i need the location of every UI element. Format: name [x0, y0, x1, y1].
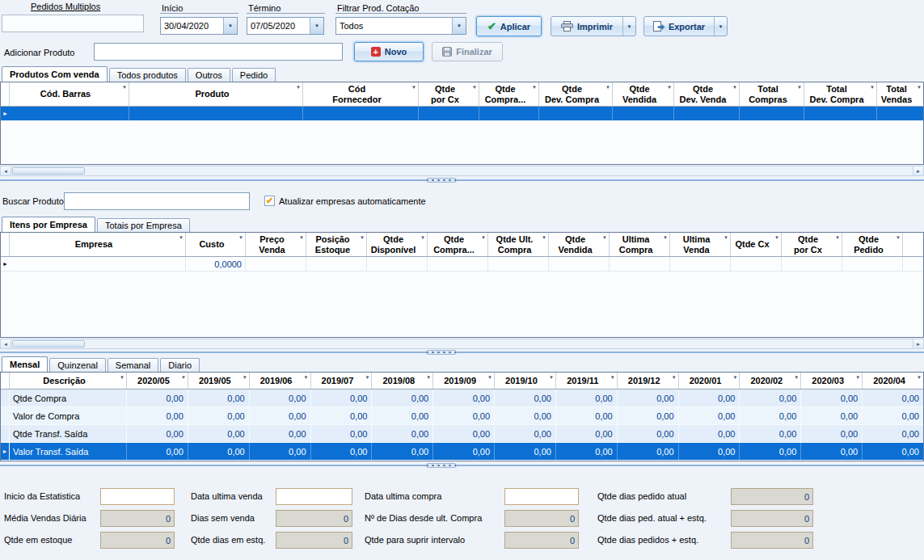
tab-pedido[interactable]: Pedido — [232, 68, 276, 82]
splitter-grip[interactable] — [426, 350, 457, 355]
company-grid-hscrollbar[interactable]: ◄ ► — [0, 339, 924, 349]
month-column-header[interactable]: 2019/07▼ — [311, 373, 373, 389]
novo-button[interactable]: + Novo — [354, 42, 424, 61]
col-header-total-vendas[interactable]: Total Vendas▼ — [877, 82, 923, 106]
inicio-estatistica-input[interactable] — [100, 488, 175, 505]
month-column-header[interactable]: 2020/04▼ — [863, 373, 923, 389]
horizontal-splitter[interactable] — [0, 463, 924, 469]
filter-dropdown-icon[interactable]: ▼ — [855, 375, 860, 381]
filter-dropdown-icon[interactable]: ▼ — [667, 85, 672, 91]
filter-dropdown-icon[interactable]: ▼ — [835, 235, 840, 241]
col-header-produto[interactable]: Produto▼ — [129, 82, 303, 106]
tab-outros[interactable]: Outros — [188, 68, 230, 82]
scroll-thumb[interactable] — [12, 340, 85, 347]
filter-dropdown-icon[interactable]: ▼ — [797, 85, 802, 91]
filter-dropdown-icon[interactable]: ▼ — [732, 85, 737, 91]
col-header-qtde-vendida[interactable]: Qtde Vendida▼ — [613, 82, 674, 106]
months-row[interactable]: Valor de Compra 0,00 0,00 0,00 0,00 0,00… — [1, 407, 923, 425]
termino-dropdown-button[interactable]: ▼ — [310, 18, 323, 34]
scroll-track[interactable] — [85, 339, 913, 348]
col-header-descricao[interactable]: Descrição▼ — [10, 373, 127, 389]
col-header-total-dev-compra[interactable]: Total Dev. Compra▼ — [804, 82, 877, 106]
filter-dropdown-icon[interactable]: ▼ — [420, 235, 425, 241]
filter-dropdown-icon[interactable]: ▼ — [360, 235, 365, 241]
filter-dropdown-icon[interactable]: ▼ — [120, 375, 124, 381]
col-header-custo[interactable]: Custo▼ — [186, 233, 246, 256]
col-header-qtde-vendida[interactable]: Qtde Vendida▼ — [549, 233, 610, 256]
filter-dropdown-icon[interactable]: ▼ — [549, 375, 554, 381]
filter-dropdown-icon[interactable]: ▼ — [296, 85, 301, 91]
filter-dropdown-icon[interactable]: ▼ — [724, 235, 728, 241]
filter-dropdown-icon[interactable]: ▼ — [411, 85, 416, 91]
col-header-qtde-cx[interactable]: Qtde Cx▼ — [731, 233, 782, 256]
col-header-cod-barras[interactable]: Cód. Barras▼ — [10, 82, 129, 106]
filtrar-dropdown-button[interactable]: ▼ — [452, 18, 466, 34]
filter-dropdown-icon[interactable]: ▼ — [243, 375, 247, 381]
tab-mensal[interactable]: Mensal — [2, 356, 48, 372]
filter-dropdown-icon[interactable]: ▼ — [774, 235, 779, 241]
filter-dropdown-icon[interactable]: ▼ — [602, 235, 607, 241]
filter-dropdown-icon[interactable]: ▼ — [917, 85, 922, 91]
col-header-cod-fornecedor[interactable]: Cód Fornecedor▼ — [303, 82, 419, 106]
filter-dropdown-icon[interactable]: ▼ — [732, 375, 737, 381]
col-header-qtde-dev-compra[interactable]: Qtde Dev. Compra▼ — [539, 82, 613, 106]
filter-dropdown-icon[interactable]: ▼ — [917, 375, 922, 381]
filter-dropdown-icon[interactable]: ▼ — [181, 375, 186, 381]
col-header-preco-venda[interactable]: Preço Venda▼ — [246, 233, 306, 256]
filter-dropdown-icon[interactable]: ▼ — [299, 235, 304, 241]
month-column-header[interactable]: 2020/05▼ — [127, 373, 188, 389]
month-column-header[interactable]: 2020/01▼ — [679, 373, 740, 389]
month-column-header[interactable]: 2019/09▼ — [433, 373, 495, 389]
col-header-empresa[interactable]: Empresa▼ — [10, 233, 186, 256]
filter-dropdown-icon[interactable]: ▼ — [238, 235, 243, 241]
imprimir-dropdown-button[interactable]: ▼ — [622, 17, 635, 36]
filter-dropdown-icon[interactable]: ▼ — [426, 375, 431, 381]
data-ultima-venda-input[interactable] — [276, 488, 352, 505]
horizontal-splitter[interactable] — [0, 350, 924, 356]
month-column-header[interactable]: 2019/11▼ — [556, 373, 618, 389]
filter-dropdown-icon[interactable]: ▼ — [532, 85, 537, 91]
pedidos-multiplos-link[interactable]: Pedidos Multiplos — [31, 2, 100, 11]
inicio-date-picker[interactable]: 30/04/2020 ▼ — [160, 17, 238, 35]
tab-diario[interactable]: Diario — [160, 358, 200, 372]
col-header-qtde-dev-venda[interactable]: Qtde Dev. Venda▼ — [674, 82, 740, 106]
filter-dropdown-icon[interactable]: ▼ — [304, 375, 309, 381]
termino-date-picker[interactable]: 07/05/2020 ▼ — [247, 17, 324, 35]
col-header-qtde-por-cx[interactable]: Qtde por Cx▼ — [419, 82, 479, 106]
filter-dropdown-icon[interactable]: ▼ — [365, 375, 369, 381]
atualizar-empresas-checkbox[interactable]: ✔ — [264, 196, 275, 206]
tab-quinzenal[interactable]: Quinzenal — [49, 358, 106, 372]
tab-produtos-com-venda[interactable]: Produtos Com venda — [2, 66, 108, 82]
tab-todos-produtos[interactable]: Todos produtos — [109, 68, 186, 82]
filter-dropdown-icon[interactable]: ▼ — [610, 375, 615, 381]
col-header-qtde-disponivel[interactable]: Qtde Disponível▼ — [367, 233, 428, 256]
col-header-total-compras[interactable]: Total Compras▼ — [740, 82, 804, 106]
filter-dropdown-icon[interactable]: ▼ — [481, 235, 486, 241]
scroll-track[interactable] — [85, 166, 913, 175]
tab-semanal[interactable]: Semanal — [108, 358, 158, 372]
filter-dropdown-icon[interactable]: ▼ — [896, 235, 901, 241]
filter-dropdown-icon[interactable]: ▼ — [179, 235, 184, 241]
month-column-header[interactable]: 2019/05▼ — [188, 373, 250, 389]
selected-product-row[interactable]: ► — [1, 107, 923, 120]
month-column-header[interactable]: 2020/02▼ — [740, 373, 801, 389]
exportar-main[interactable]: Exportar — [644, 17, 714, 36]
month-column-header[interactable]: 2019/12▼ — [618, 373, 679, 389]
col-header-ultima-venda[interactable]: Ultima Venda▼ — [670, 233, 731, 256]
tab-totais-por-empresa[interactable]: Totais por Empresa — [97, 218, 190, 232]
col-header-qtde-compra[interactable]: Qtde Compra...▼ — [479, 82, 539, 106]
aplicar-button[interactable]: ✔ Aplicar — [476, 16, 542, 36]
exportar-dropdown-button[interactable]: ▼ — [714, 17, 727, 36]
filter-dropdown-icon[interactable]: ▼ — [663, 235, 668, 241]
imprimir-button[interactable]: Imprimir ▼ — [551, 16, 636, 36]
filter-dropdown-icon[interactable]: ▼ — [487, 375, 492, 381]
scroll-right-icon[interactable]: ► — [913, 166, 923, 175]
scroll-right-icon[interactable]: ► — [913, 339, 923, 348]
data-ultima-compra-input[interactable] — [504, 488, 579, 505]
splitter-grip[interactable] — [426, 178, 457, 183]
filter-dropdown-icon[interactable]: ▼ — [870, 85, 875, 91]
months-row[interactable]: Qtde Compra 0,00 0,00 0,00 0,00 0,00 0,0… — [1, 389, 923, 407]
filter-dropdown-icon[interactable]: ▼ — [542, 235, 546, 241]
filter-dropdown-icon[interactable]: ▼ — [122, 85, 127, 91]
month-column-header[interactable]: 2020/03▼ — [801, 373, 863, 389]
